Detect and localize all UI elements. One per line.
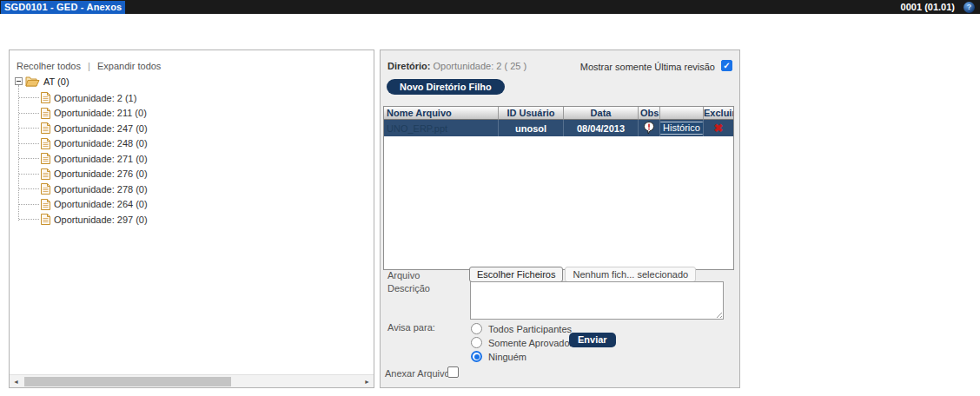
document-icon — [41, 153, 50, 164]
user-id-cell: unosol — [499, 120, 564, 136]
radio-icon[interactable] — [471, 337, 482, 348]
collapse-all-link[interactable]: Recolher todos — [17, 61, 81, 71]
radio-somente-aprovadores[interactable]: Somente Aprovadores — [471, 336, 583, 349]
tree-item-oportunidade-248[interactable]: Oportunidade: 248 (0) — [41, 137, 148, 150]
tree-item-oportunidade-278[interactable]: Oportunidade: 278 (0) — [41, 182, 148, 195]
history-cell: Histórico — [660, 120, 704, 136]
radio-ninguem[interactable]: Ninguém — [471, 350, 526, 363]
application-window: SGD0101 - GED - Anexos 0001 (01.01) ? Re… — [0, 0, 980, 396]
new-child-directory-button[interactable]: Novo Diretório Filho — [387, 79, 505, 95]
radio-todos-participantes[interactable]: Todos Participantes — [471, 322, 572, 335]
last-revision-label: Mostrar somente Última revisão — [580, 62, 715, 72]
version-label: 0001 (01.01) — [901, 2, 955, 12]
choose-files-button[interactable]: Escolher Ficheiros — [469, 267, 563, 282]
directory-panel: Diretório: Oportunidade: 2 ( 25 ) Mostra… — [380, 50, 740, 388]
tree-root-label[interactable]: AT (0) — [43, 76, 70, 87]
open-folder-icon — [25, 76, 40, 87]
scroll-right-arrow-icon[interactable]: ► — [361, 375, 374, 388]
scroll-left-arrow-icon[interactable]: ◄ — [10, 375, 23, 388]
tree-item-label[interactable]: Oportunidade: 2 (1) — [54, 93, 136, 103]
history-button[interactable]: Histórico — [660, 122, 704, 135]
column-header-obs: Obs.. — [639, 107, 660, 120]
radio-label[interactable]: Todos Participantes — [488, 324, 572, 334]
horizontal-scrollbar[interactable]: ◄ ► — [10, 374, 374, 387]
document-icon — [41, 138, 50, 149]
tree-item-label[interactable]: Oportunidade: 248 (0) — [54, 138, 148, 148]
tree-item-label[interactable]: Oportunidade: 247 (0) — [54, 123, 148, 134]
column-header-user-id: ID Usuário — [499, 107, 564, 120]
directory-heading: Diretório: Oportunidade: 2 ( 25 ) — [387, 61, 526, 71]
tree-item-label[interactable]: Oportunidade: 297 (0) — [54, 214, 148, 225]
title-bar: SGD0101 - GED - Anexos 0001 (01.01) ? — [0, 0, 980, 14]
tree-item-oportunidade-276[interactable]: Oportunidade: 276 (0) — [41, 168, 148, 181]
link-separator: | — [88, 61, 90, 71]
page-title: SGD0101 - GED - Anexos — [1, 1, 125, 14]
tree-item-label[interactable]: Oportunidade: 271 (0) — [54, 154, 148, 164]
tree-item-oportunidade-264[interactable]: Oportunidade: 264 (0) — [41, 198, 148, 211]
document-icon — [41, 168, 50, 180]
help-icon[interactable]: ? — [963, 2, 975, 13]
delete-cell: ✖ — [704, 120, 733, 136]
document-icon — [41, 183, 50, 195]
attach-file-label: Anexar Arquivo? — [385, 368, 455, 379]
tree-connector-line — [18, 85, 19, 221]
tree-item-label[interactable]: Oportunidade: 264 (0) — [54, 199, 148, 209]
tree-item-oportunidade-271[interactable]: Oportunidade: 271 (0) — [41, 152, 148, 165]
collapse-toggle-icon[interactable] — [15, 77, 23, 85]
tree-panel: Recolher todos | Expandir todos AT (0) O… — [9, 50, 374, 388]
tree-toolbar: Recolher todos | Expandir todos — [17, 61, 161, 71]
send-button[interactable]: Enviar — [569, 333, 616, 347]
directory-label: Diretório: — [387, 61, 431, 71]
last-revision-checkbox[interactable]: ✓ — [721, 60, 732, 71]
directory-value: Oportunidade: 2 ( 25 ) — [434, 61, 527, 71]
file-name-link[interactable]: UNO_ERP.ppt — [384, 120, 499, 136]
tree-item-label[interactable]: Oportunidade: 278 (0) — [54, 184, 148, 195]
table-row[interactable]: UNO_ERP.ppt unosol 08/04/2013 Histórico — [384, 120, 733, 136]
date-cell: 08/04/2013 — [564, 120, 639, 136]
scrollbar-thumb[interactable] — [24, 377, 231, 386]
column-header-file-name: Nome Arquivo — [384, 107, 499, 120]
column-header-date: Data — [564, 107, 639, 120]
document-icon — [41, 92, 50, 103]
column-header-delete: Excluir — [704, 107, 733, 120]
tree-item-label[interactable]: Oportunidade: 276 (0) — [54, 168, 148, 179]
tree-item-oportunidade-211[interactable]: Oportunidade: 211 (0) — [41, 107, 147, 120]
description-label: Descrição — [387, 283, 430, 294]
radio-label[interactable]: Ninguém — [488, 352, 526, 362]
checkmark-icon: ✓ — [722, 61, 732, 71]
expand-all-link[interactable]: Expandir todos — [97, 61, 161, 71]
resize-grip-icon[interactable] — [714, 310, 722, 318]
file-status-text: Nenhum fich... selecionado — [565, 267, 696, 282]
document-icon — [41, 122, 50, 134]
tree-item-oportunidade-247[interactable]: Oportunidade: 247 (0) — [41, 122, 148, 135]
radio-icon[interactable] — [471, 351, 482, 362]
tree-item-label[interactable]: Oportunidade: 211 (0) — [54, 108, 147, 118]
radio-icon[interactable] — [471, 323, 482, 334]
table-header-row: Nome Arquivo ID Usuário Data Obs.. Exclu… — [384, 107, 733, 120]
obs-cell — [639, 120, 660, 136]
document-icon — [41, 108, 50, 119]
tree-item-oportunidade-297[interactable]: Oportunidade: 297 (0) — [41, 213, 148, 226]
file-input[interactable]: Escolher Ficheiros Nenhum fich... seleci… — [469, 267, 696, 282]
notify-label: Avisa para: — [387, 322, 435, 333]
column-header-history — [660, 107, 704, 120]
description-textarea[interactable] — [470, 281, 724, 320]
document-icon — [41, 199, 50, 210]
file-table: Nome Arquivo ID Usuário Data Obs.. Exclu… — [383, 106, 734, 270]
tree-root-node[interactable]: AT (0) — [15, 76, 70, 87]
file-field-label: Arquivo — [387, 270, 420, 280]
balloon-exclamation-icon[interactable] — [644, 122, 654, 135]
document-icon — [41, 214, 50, 225]
tree-item-oportunidade-2[interactable]: Oportunidade: 2 (1) — [41, 91, 136, 104]
red-x-icon[interactable]: ✖ — [714, 122, 724, 134]
attach-file-checkbox[interactable]: ✓ — [447, 366, 459, 378]
